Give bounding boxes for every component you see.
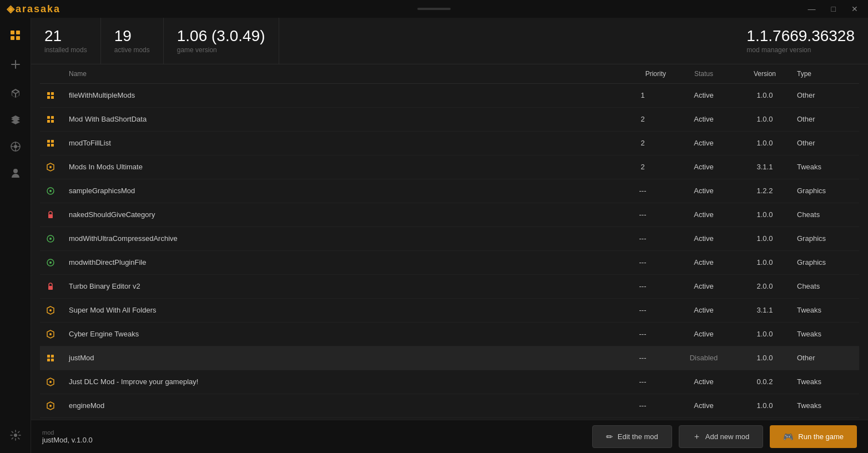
mod-priority-cell: --- (615, 226, 670, 250)
table-row[interactable]: justMod --- Disabled 1.0.0 Other (40, 346, 859, 370)
svg-point-6 (13, 169, 18, 173)
mod-priority-cell: --- (615, 322, 670, 346)
plus-icon: ＋ (693, 431, 701, 442)
svg-point-29 (49, 309, 52, 311)
mod-status-cell: Active (670, 298, 737, 322)
table-row[interactable]: modWithUltraCompressedArchive --- Active… (40, 226, 859, 250)
game-version-label: game version (177, 46, 265, 54)
mod-type: Tweaks (797, 306, 821, 314)
mod-type-icon (44, 376, 57, 388)
table-row[interactable]: fileWithMultipleMods 1 Active 1.0.0 Othe… (40, 83, 859, 107)
mod-priority: --- (639, 354, 647, 362)
svg-point-27 (49, 261, 52, 264)
mod-version: 3.1.1 (757, 306, 773, 314)
mod-priority: --- (639, 258, 647, 266)
svg-rect-1 (16, 31, 20, 34)
mod-type-icon (44, 400, 57, 412)
svg-point-25 (49, 238, 52, 240)
run-button-label: Run the game (798, 432, 844, 441)
mod-priority-cell: 2 (615, 131, 670, 155)
mod-version-cell: 1.0.0 (737, 226, 793, 250)
mod-icon-cell (40, 226, 64, 250)
svg-point-22 (49, 190, 52, 192)
close-button[interactable]: ✕ (848, 3, 861, 14)
mod-version: 0.0.2 (757, 378, 773, 386)
sidebar-item-dashboard[interactable] (4, 24, 27, 47)
mod-type-cell: Graphics (793, 250, 859, 274)
mod-status-cell: Active (670, 394, 737, 417)
table-row[interactable]: modwithDirectPluginFile --- Active 1.0.0… (40, 250, 859, 274)
table-row[interactable]: modToFillList 2 Active 1.0.0 Other (40, 131, 859, 155)
mod-version-cell: 0.0.2 (737, 370, 793, 394)
mod-priority-cell: --- (615, 203, 670, 226)
table-row[interactable]: Mods In Mods Ultimate 2 Active 3.1.1 Twe… (40, 155, 859, 179)
installed-mods-count: 21 (44, 28, 87, 45)
sidebar-item-layers[interactable] (4, 109, 27, 131)
edit-mod-button[interactable]: ✏ Edit the mod (592, 425, 672, 448)
maximize-button[interactable]: □ (828, 3, 839, 14)
stat-game-version: 1.06 (3.0.49) game version (164, 18, 279, 64)
table-row[interactable]: Cyber Engine Tweaks --- Active 1.0.0 Twe… (40, 322, 859, 346)
table-row[interactable]: engineMod --- Active 1.0.0 Tweaks (40, 394, 859, 417)
mod-name-cell: Mods In Mods Ultimate (64, 155, 615, 179)
svg-point-5 (14, 145, 17, 148)
sidebar-item-settings[interactable] (4, 424, 27, 446)
mod-icon-cell (40, 83, 64, 107)
col-version: Version (737, 64, 793, 84)
mod-name-cell: Cyber Engine Tweaks (64, 322, 615, 346)
sidebar-item-mods[interactable] (4, 82, 27, 104)
mod-priority-cell: --- (615, 274, 670, 298)
mod-name: modwithDirectPluginFile (69, 258, 146, 266)
add-button-label: Add new mod (705, 432, 750, 441)
svg-rect-15 (51, 120, 54, 123)
mod-type-cell: Cheats (793, 274, 859, 298)
svg-rect-17 (51, 140, 54, 143)
table-row[interactable]: Super Mod With All Folders --- Active 3.… (40, 298, 859, 322)
svg-rect-14 (47, 120, 50, 123)
mod-type-icon (44, 328, 57, 340)
svg-rect-23 (48, 214, 53, 218)
mod-type-cell: Other (793, 346, 859, 370)
mod-name: justMod (69, 354, 94, 362)
mod-name: fileWithMultipleMods (69, 91, 135, 99)
table-row[interactable]: Just DLC Mod - Improve your gameplay! --… (40, 370, 859, 394)
mod-name-cell: sampleGraphicsMod (64, 179, 615, 203)
mod-type-cell: Graphics (793, 179, 859, 203)
sidebar-item-analytics[interactable] (4, 135, 27, 158)
svg-rect-19 (51, 144, 54, 147)
add-mod-button[interactable]: ＋ Add new mod (679, 425, 764, 448)
sidebar-item-add[interactable] (4, 53, 27, 76)
mod-type-icon (44, 280, 57, 293)
footer: mod justMod, v.1.0.0 ✏ Edit the mod ＋ Ad… (31, 420, 868, 453)
svg-rect-11 (51, 96, 54, 99)
mod-priority: --- (639, 330, 647, 338)
mod-version-cell: 1.0.0 (737, 131, 793, 155)
table-row[interactable]: Turbo Binary Editor v2 --- Active 2.0.0 … (40, 274, 859, 298)
mod-icon-cell (40, 346, 64, 370)
mod-type-icon (44, 89, 57, 102)
svg-rect-28 (48, 286, 53, 290)
col-priority: Priority (615, 64, 670, 84)
gamepad-icon: 🎮 (783, 432, 794, 442)
mod-type-cell: Other (793, 83, 859, 107)
mod-type: Graphics (797, 258, 826, 266)
mod-status: Active (694, 210, 713, 219)
main-content: 21 installed mods 19 active mods 1.06 (3… (31, 18, 868, 453)
minimize-button[interactable]: — (805, 3, 819, 14)
mod-type: Cheats (797, 210, 820, 219)
sidebar-item-users[interactable] (4, 162, 27, 184)
table-row[interactable]: sampleGraphicsMod --- Active 1.2.2 Graph… (40, 179, 859, 203)
mod-priority: --- (639, 401, 647, 410)
run-game-button[interactable]: 🎮 Run the game (770, 425, 857, 448)
svg-point-30 (49, 333, 52, 335)
mod-version: 1.0.0 (757, 258, 773, 266)
sidebar (0, 18, 31, 453)
table-row[interactable]: nakedShouldGiveCategory --- Active 1.0.0… (40, 203, 859, 226)
mod-version-cell: 1.0.0 (737, 250, 793, 274)
table-row[interactable]: Mod With BadShortData 2 Active 1.0.0 Oth… (40, 107, 859, 131)
svg-point-20 (49, 166, 52, 168)
svg-rect-12 (47, 116, 50, 119)
mod-icon-cell (40, 179, 64, 203)
active-mods-count: 19 (114, 28, 150, 45)
mod-priority-cell: 1 (615, 83, 670, 107)
